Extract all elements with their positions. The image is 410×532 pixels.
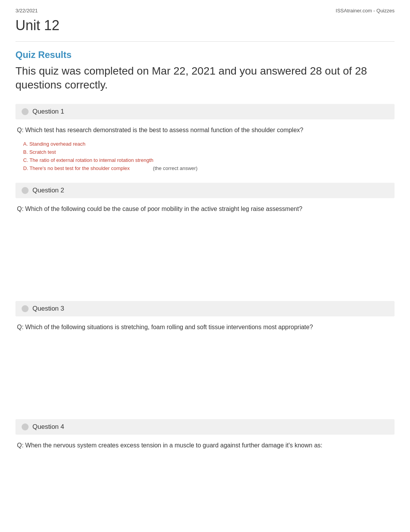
answer-spacer-2 <box>15 220 395 289</box>
answer-row-1-3: D. There's no best test for the shoulder… <box>23 165 395 171</box>
question-block-1: Question 1Q: Which test has research dem… <box>15 104 395 171</box>
answer-option-1-2: C. The ratio of external rotation to int… <box>23 157 395 163</box>
question-header-3: Question 3 <box>15 301 395 316</box>
question-header-2: Question 2 <box>15 183 395 198</box>
answer-option-1-0: A. Standing overhead reach <box>23 141 395 147</box>
title-divider <box>15 41 395 42</box>
quiz-summary: This quiz was completed on Mar 22, 2021 … <box>15 64 395 92</box>
question-indicator-3 <box>22 305 29 312</box>
correct-marker-1: (the correct answer) <box>153 165 198 171</box>
question-number-2: Question 2 <box>32 187 64 194</box>
question-block-2: Question 2Q: Which of the following coul… <box>15 183 395 289</box>
answer-spacer-4 <box>15 456 395 526</box>
answer-option-1-1: B. Scratch test <box>23 149 395 155</box>
question-block-4: Question 4Q: When the nervous system cre… <box>15 419 395 526</box>
questions-container: Question 1Q: Which test has research dem… <box>15 104 395 526</box>
question-header-4: Question 4 <box>15 419 395 435</box>
question-text-1: Q: Which test has research demonstrated … <box>15 126 395 135</box>
q-label-2: Q: <box>17 206 25 212</box>
q-label-3: Q: <box>17 324 25 330</box>
question-text-2: Q: Which of the following could be the c… <box>15 204 395 214</box>
question-indicator-4 <box>22 423 29 430</box>
question-text-3: Q: Which of the following situations is … <box>15 323 395 332</box>
q-label-4: Q: <box>17 442 25 449</box>
question-header-1: Question 1 <box>15 104 395 119</box>
question-number-1: Question 1 <box>32 108 64 116</box>
question-number-3: Question 3 <box>32 305 64 313</box>
answer-option-1-3: D. There's no best test for the shoulder… <box>23 165 130 171</box>
question-indicator-1 <box>22 108 29 115</box>
q-label-1: Q: <box>17 127 25 133</box>
page-title: Unit 12 <box>15 17 395 34</box>
question-block-3: Question 3Q: Which of the following situ… <box>15 301 395 408</box>
answer-options-1: A. Standing overhead reachB. Scratch tes… <box>15 141 395 171</box>
quiz-results-heading: Quiz Results <box>15 49 395 60</box>
question-text-4: Q: When the nervous system creates exces… <box>15 441 395 450</box>
question-indicator-2 <box>22 187 29 194</box>
meta-date: 3/22/2021 <box>15 8 38 14</box>
meta-site: ISSAtrainer.com - Quizzes <box>336 8 395 14</box>
question-number-4: Question 4 <box>32 423 64 431</box>
answer-spacer-3 <box>15 338 395 408</box>
